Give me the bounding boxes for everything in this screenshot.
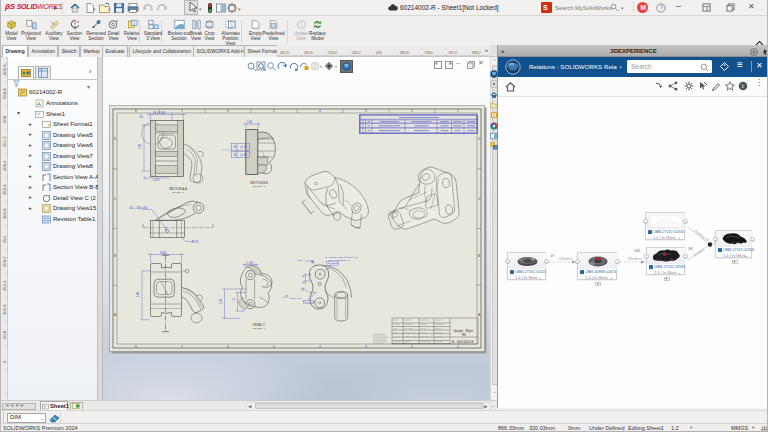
svg-text:Children: Children (559, 257, 572, 261)
svg-text:4X ⌀ .500±.005: 4X ⌀ .500±.005 (130, 206, 148, 210)
svg-text:3.940: 3.940 (160, 251, 167, 255)
svg-text:Children: Children (692, 248, 705, 258)
svg-text:457.2: 457.2 (2, 136, 7, 147)
svg-text:152.4: 152.4 (2, 280, 7, 291)
svg-text:R6.35: R6.35 (192, 240, 199, 244)
svg-text:1.15: 1.15 (232, 297, 236, 303)
svg-text:6: 6 (227, 345, 229, 349)
svg-text:⌀2.30: ⌀2.30 (240, 145, 247, 149)
svg-text:482.6: 482.6 (304, 51, 313, 55)
svg-text:254: 254 (2, 235, 7, 243)
svg-text:584.2: 584.2 (352, 51, 361, 55)
svg-text:B: B (478, 254, 480, 258)
svg-text:.96: .96 (233, 145, 237, 149)
svg-text:6: 6 (227, 109, 229, 113)
svg-text:SCALE 2 : 1: SCALE 2 : 1 (253, 327, 266, 329)
svg-text:146: 146 (634, 249, 640, 253)
svg-text:533.4: 533.4 (328, 51, 337, 55)
svg-text:RX: RX (462, 333, 466, 337)
svg-text:406.4: 406.4 (2, 160, 7, 171)
svg-text:5: 5 (273, 109, 275, 113)
svg-text:SCALE 1 : 2: SCALE 1 : 2 (253, 185, 266, 187)
svg-text:431.8: 431.8 (280, 51, 289, 55)
svg-text:685.8: 685.8 (400, 51, 409, 55)
svg-text:i: i (742, 82, 744, 90)
svg-text:?: ? (659, 4, 663, 11)
svg-text:⌀.75: ⌀.75 (283, 295, 289, 299)
svg-text:3: 3 (365, 345, 367, 349)
svg-text:Drawing Of: Drawing Of (693, 229, 710, 243)
svg-text:5.00: 5.00 (136, 291, 140, 297)
svg-text:3: 3 (365, 109, 367, 113)
svg-text:⊙ .25 A B: ⊙ .25 A B (305, 301, 315, 303)
svg-text:609.6: 609.6 (2, 64, 7, 75)
svg-text:1.00: 1.00 (247, 120, 253, 124)
svg-text:4: 4 (319, 109, 321, 113)
svg-text:⌀1.80: ⌀1.80 (240, 153, 247, 157)
svg-text:1: 1 (457, 109, 459, 113)
svg-text:2: 2 (411, 109, 413, 113)
svg-text:7: 7 (181, 109, 183, 113)
svg-text:508: 508 (2, 115, 7, 123)
svg-text:5: 5 (273, 345, 275, 349)
svg-text:101.6: 101.6 (2, 304, 7, 315)
svg-text:.35: .35 (233, 153, 237, 157)
svg-text:304.8: 304.8 (2, 208, 7, 219)
svg-text:1.126: 1.126 (247, 261, 254, 265)
svg-text:SCALE 1 : 2: SCALE 1 : 2 (172, 191, 185, 193)
svg-text:B: B (114, 254, 116, 258)
svg-text:4.475: 4.475 (153, 178, 160, 182)
svg-text:1: 1 (457, 345, 459, 349)
svg-text:8: 8 (135, 345, 137, 349)
svg-text:Children: Children (628, 257, 641, 261)
svg-text:R.50: R.50 (298, 259, 304, 261)
svg-text:2: 2 (411, 345, 413, 349)
svg-text:736.6: 736.6 (424, 51, 433, 55)
svg-text:.80: .80 (139, 115, 143, 119)
svg-text:50.8: 50.8 (2, 330, 7, 339)
svg-text:⌀1.1260 B: ⌀1.1260 B (328, 262, 339, 264)
svg-text:635: 635 (376, 51, 382, 55)
svg-text:60214002-R: 60214002-R (457, 340, 474, 344)
svg-text:8: 8 (135, 109, 137, 113)
svg-text:47: 47 (551, 254, 555, 258)
svg-text:7: 7 (181, 345, 183, 349)
svg-text:203.2: 203.2 (2, 256, 7, 267)
svg-text:558.8: 558.8 (2, 88, 7, 99)
svg-text:88: 88 (689, 247, 693, 251)
svg-text:2.30: 2.30 (138, 143, 142, 149)
svg-text:2X ⌀1.126: 2X ⌀1.126 (153, 111, 166, 115)
svg-text:355.6: 355.6 (2, 184, 7, 195)
svg-text:0: 0 (2, 360, 7, 363)
svg-text:A: A (37, 101, 41, 107)
svg-text:2.30: 2.30 (219, 298, 223, 304)
svg-text:4: 4 (319, 345, 321, 349)
svg-text:838.2: 838.2 (472, 51, 481, 55)
svg-text:787.4: 787.4 (448, 51, 457, 55)
